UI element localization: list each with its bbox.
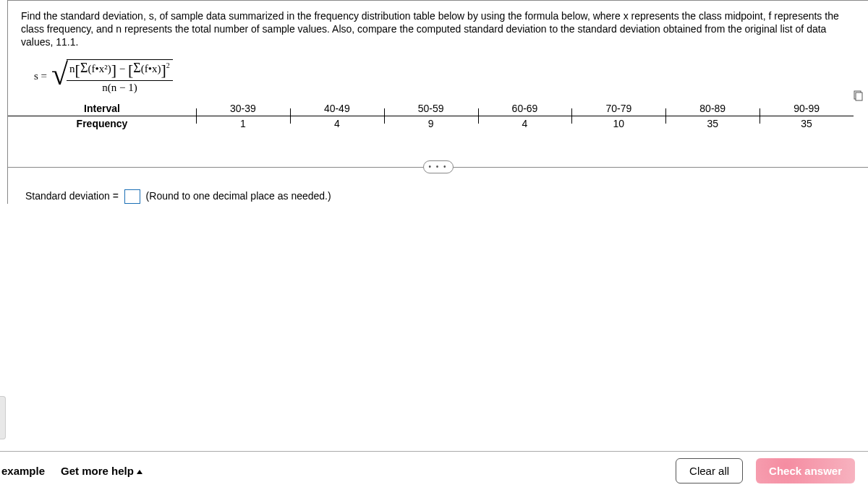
svg-rect-1 xyxy=(856,93,862,100)
collapse-toggle[interactable]: • • • xyxy=(423,160,454,173)
caret-up-icon xyxy=(137,470,142,474)
interval-cell: 40-49 xyxy=(290,101,384,116)
frequency-cell: 10 xyxy=(571,116,665,131)
answer-label: Standard deviation = xyxy=(25,189,119,201)
clear-all-button[interactable]: Clear all xyxy=(676,458,743,483)
interval-cell: 30-39 xyxy=(196,101,290,116)
answer-input[interactable] xyxy=(124,189,140,204)
get-more-help[interactable]: Get more help xyxy=(61,465,142,477)
formula: s = √ n[Σ(f•x²)] − [Σ(f•x)]2 n(n − 1) xyxy=(8,56,868,101)
frequency-cell: 9 xyxy=(384,116,478,131)
formula-numerator: n[Σ(f•x²)] − [Σ(f•x)]2 xyxy=(67,61,173,81)
footer-bar: example Get more help Clear all Check an… xyxy=(0,451,868,490)
left-drawer-handle[interactable] xyxy=(0,396,6,439)
interval-cell: 60-69 xyxy=(478,101,572,116)
interval-cell: 80-89 xyxy=(665,101,760,116)
interval-cell: 70-79 xyxy=(571,101,665,116)
frequency-cell: 4 xyxy=(290,116,384,131)
radical-symbol: √ xyxy=(51,59,68,94)
row-label-frequency: Frequency xyxy=(8,116,196,131)
interval-cell: 90-99 xyxy=(760,101,854,116)
copy-icon[interactable] xyxy=(852,90,864,102)
frequency-cell: 1 xyxy=(196,116,290,131)
frequency-cell: 4 xyxy=(478,116,572,131)
formula-denominator: n(n − 1) xyxy=(67,81,173,94)
answer-hint: (Round to one decimal place as needed.) xyxy=(146,189,331,201)
row-label-interval: Interval xyxy=(8,101,196,116)
example-link[interactable]: example xyxy=(1,465,45,477)
frequency-cell: 35 xyxy=(665,116,760,131)
interval-cell: 50-59 xyxy=(384,101,478,116)
frequency-cell: 35 xyxy=(760,116,854,131)
formula-lhs: s = xyxy=(34,70,47,82)
check-answer-button[interactable]: Check answer xyxy=(756,458,855,483)
question-text: Find the standard deviation, s, of sampl… xyxy=(8,1,868,56)
frequency-table: Interval 30-3940-4950-5960-6970-7980-899… xyxy=(8,101,854,131)
